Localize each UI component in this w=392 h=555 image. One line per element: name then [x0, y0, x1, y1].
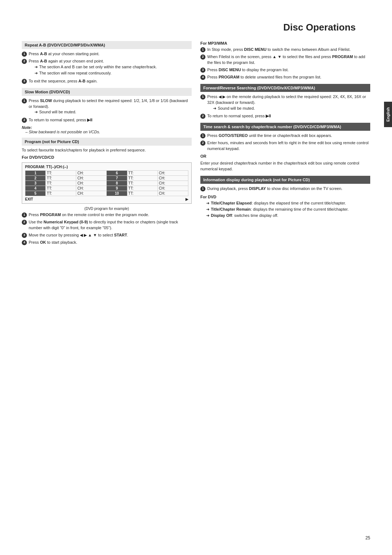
item-text: Press PROGRAM to delete unwanted files f… [207, 74, 321, 80]
note-block: Note: – Slow backward is not possible on… [22, 125, 192, 134]
item-text: Enter hours, minutes and seconds from le… [207, 140, 370, 152]
mp3-wma-list: 1 In Stop mode, press DISC MENU to switc… [200, 47, 370, 80]
list-item: 4 Press OK to start playback. [22, 240, 192, 246]
page-number: 25 [366, 535, 370, 540]
item-number: 1 [22, 98, 27, 104]
or-divider: OR [200, 154, 370, 158]
cell: TT: [127, 181, 158, 186]
item-text: To exit the sequence, press A-B again. [29, 78, 98, 84]
arrow-item: ➜Title/Chapter Elapsed: displays the ela… [206, 200, 370, 206]
cell: CH: [158, 170, 188, 175]
list-item: 1 Press A-B at your chosen starting poin… [22, 51, 192, 57]
arrow-item: ➜Title/Chapter Remain: displays the rema… [206, 207, 370, 212]
arrow-symbol: ➜ [206, 213, 209, 218]
cell: 8 [107, 181, 127, 186]
item-text: Press ◀ ▶ on the remote during playback … [207, 94, 370, 112]
cell: 4 [25, 186, 46, 191]
arrow-item: ➜Sound will be muted. [34, 109, 192, 115]
cell: CH: [76, 186, 107, 191]
arrow-symbol: ➜ [34, 70, 38, 76]
cell: CH: [158, 181, 188, 186]
section-time-search-heading: Time search & search by chapter/track nu… [200, 123, 370, 131]
arrow-item: ➜The section A and B can be set only wit… [34, 64, 157, 70]
or-text: Enter your desired chapter/track number … [200, 161, 370, 172]
item-text: Press GOTO/STEREO until the time or chap… [207, 133, 332, 139]
item-number: 1 [200, 133, 205, 138]
item-number: 1 [200, 94, 205, 100]
table-row: 5 TT: CH: 10 TT: CH: [25, 191, 188, 196]
program-table-box: PROGRAM: TT(--)/CH:(--) 1 TT: CH: 6 TT: … [22, 162, 192, 204]
item-text: Press OK to start playback. [29, 240, 77, 246]
item-number: 1 [22, 52, 27, 57]
bold-text: DISC MENU [244, 47, 267, 52]
item-text: In Stop mode, press DISC MENU to switch … [207, 47, 351, 53]
list-item: 1 Press ◀ ▶ on the remote during playbac… [200, 94, 370, 112]
arrow-text: The section A and B can be set only with… [39, 64, 157, 70]
arrow-item: ➜The section will now repeat continuousl… [34, 70, 157, 76]
left-column: Repeat A-B (DVD/VCD/CD/MP3/DivX/WMA) 1 P… [22, 41, 192, 247]
note-title: Note: [22, 125, 192, 130]
bold-text: DISPLAY [249, 186, 266, 191]
section-info-display-heading: Information display during playback (not… [200, 176, 370, 184]
bold-text: A-B [78, 79, 86, 83]
cell: TT: [46, 170, 76, 175]
cell: CH: [76, 170, 107, 175]
arrow-text: The section will now repeat continuously… [39, 70, 111, 76]
cell: CH: [76, 191, 107, 196]
item-text: To return to normal speed, press ▶II [29, 117, 93, 123]
arrow-symbol: ➜ [206, 207, 209, 212]
item-number: 1 [22, 212, 27, 218]
item-text: When Filelist is on the screen, press ▲ … [207, 54, 370, 66]
cell: TT: [46, 175, 76, 181]
cell: CH: [76, 175, 107, 181]
bold-text: DISC MENU [219, 68, 241, 72]
bold-text: Title/Chapter Remain [211, 207, 251, 211]
dvd-example-caption: (DVD program for example) [22, 207, 192, 211]
list-item: 1 Press PROGRAM on the remote control to… [22, 212, 192, 218]
item-number: 2 [22, 118, 27, 123]
arrow-item: ➜Display Off: switches time display off. [206, 213, 370, 218]
list-item: 2 To return to normal speed, press ▶II [200, 113, 370, 119]
bold-text: OK [40, 240, 46, 244]
item-text: Press SLOW during playback to select the… [29, 98, 192, 116]
item-text: Use the Numerical Keypad (0-9) to direct… [29, 219, 192, 231]
section-repeat-ab-heading: Repeat A-B (DVD/VCD/CD/MP3/DivX/WMA) [22, 41, 192, 49]
bold-text: PROGRAM [332, 54, 353, 59]
info-display-list: 1 During playback, press DISPLAY to show… [200, 186, 370, 192]
bold-text: PROGRAM [40, 212, 61, 217]
cell: TT: [46, 191, 76, 196]
cell: CH: [76, 181, 107, 186]
note-dash: – Slow backward is not possible on VCDs. [25, 130, 192, 134]
bold-text: Numerical Keypad (0-9) [44, 220, 88, 224]
play-symbol: ▶ [185, 197, 188, 201]
program-steps-list: 1 Press PROGRAM on the remote control to… [22, 212, 192, 246]
cell: TT: [127, 170, 158, 175]
cell: TT: [46, 186, 76, 191]
arrow-symbol: ➜ [34, 64, 38, 70]
item-number: 4 [22, 240, 27, 245]
section-mp3-wma-label: For MP3/WMA [200, 41, 370, 45]
list-item: 4 Press PROGRAM to delete unwanted files… [200, 74, 370, 80]
cell: TT: [127, 175, 158, 181]
arrow-symbol: ➜ [206, 200, 209, 206]
item-number: 2 [22, 59, 27, 64]
arrow-text: Title/Chapter Elapsed: displays the elap… [211, 200, 346, 206]
cell: TT: [46, 181, 76, 186]
cell: 9 [107, 186, 127, 191]
fwd-rev-list: 1 Press ◀ ▶ on the remote during playbac… [200, 94, 370, 119]
item-text: Press A-B again at your chosen end point… [29, 58, 157, 77]
item-number: 2 [200, 141, 205, 146]
list-item: 2 When Filelist is on the screen, press … [200, 54, 370, 66]
cell: 2 [25, 175, 46, 181]
bold-text: SLOW [40, 98, 52, 103]
item-number: 3 [22, 79, 27, 84]
list-item: 3 To exit the sequence, press A-B again. [22, 78, 192, 84]
list-item: 3 Move the cursor by pressing ◀ ▶ ▲ ▼ to… [22, 232, 192, 238]
cell: 7 [107, 175, 127, 181]
program-table-header: PROGRAM: TT(--)/CH:(--) [25, 165, 188, 169]
table-row: 2 TT: CH: 7 TT: CH: [25, 175, 188, 181]
slow-motion-list: 1 Press SLOW during playback to select t… [22, 98, 192, 123]
list-item: 2 To return to normal speed, press ▶II [22, 117, 192, 123]
item-number: 3 [200, 68, 205, 73]
bold-text: GOTO/STEREO [219, 133, 248, 138]
